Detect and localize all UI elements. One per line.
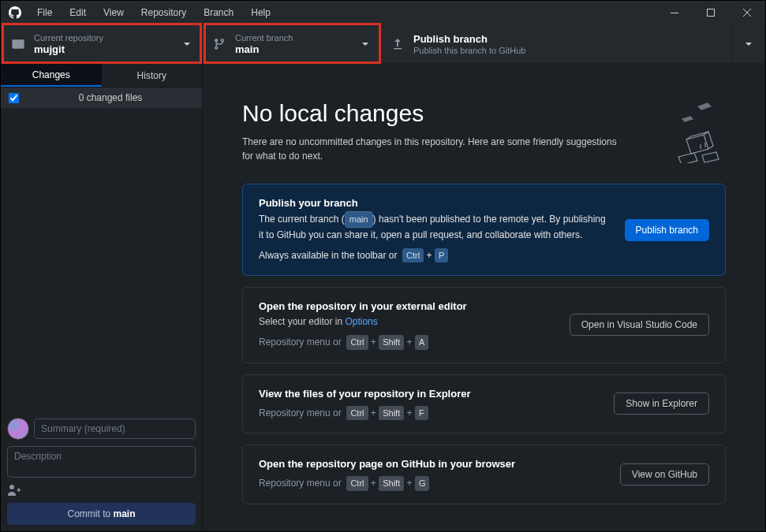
menu-help[interactable]: Help: [243, 4, 278, 21]
select-all-checkbox[interactable]: [9, 93, 19, 103]
commit-description-input[interactable]: [7, 446, 196, 478]
card-publish-branch: Publish your branch The current branch (…: [242, 184, 726, 276]
card-hint: Repository menu or Ctrl + Shift + F: [259, 406, 471, 421]
svg-rect-0: [671, 13, 678, 13]
branch-selector-label: Current branch: [235, 33, 293, 43]
view-github-button[interactable]: View on GitHub: [620, 463, 709, 485]
main-content: No local changes There are no uncommitte…: [203, 64, 765, 531]
repo-selector-value: mujgit: [34, 43, 103, 55]
tab-changes[interactable]: Changes: [1, 64, 102, 87]
card-hint: Always available in the toolbar or Ctrl …: [259, 248, 609, 263]
show-explorer-button[interactable]: Show in Explorer: [614, 392, 709, 415]
commit-button[interactable]: Commit to main: [7, 503, 196, 525]
card-description: The current branch (main) hasn't been pu…: [259, 211, 609, 242]
commit-summary-input[interactable]: [34, 419, 196, 439]
toolbar-extra-dropdown[interactable]: [732, 24, 765, 63]
menu-edit[interactable]: Edit: [62, 4, 94, 21]
page-title: No local changes: [242, 100, 621, 127]
file-list: [1, 108, 202, 411]
publish-branch-action[interactable]: Publish branch Publish this branch to Gi…: [380, 24, 732, 63]
branch-icon: [213, 38, 226, 50]
page-subtitle: There are no uncommitted changes in this…: [242, 135, 621, 163]
minimize-button[interactable]: [656, 1, 693, 24]
maximize-button[interactable]: [693, 1, 729, 24]
add-coauthor-icon[interactable]: [7, 484, 23, 497]
upload-icon: [391, 38, 404, 50]
current-repository-selector[interactable]: Current repository mujgit: [1, 24, 202, 63]
svg-rect-3: [13, 40, 24, 43]
toolbar: Current repository mujgit Current branch…: [1, 24, 765, 64]
card-title: Publish your branch: [259, 197, 609, 209]
repo-icon: [12, 38, 24, 50]
chevron-down-icon: [362, 41, 368, 47]
github-logo-icon: [9, 6, 21, 19]
card-show-explorer: View the files of your repository in Exp…: [242, 374, 726, 434]
svg-rect-1: [708, 9, 715, 17]
open-editor-button[interactable]: Open in Visual Studio Code: [570, 314, 709, 336]
changed-files-count: 0 changed files: [27, 92, 194, 103]
menu-view[interactable]: View: [95, 4, 132, 21]
card-view-github: Open the repository page on GitHub in yo…: [242, 445, 726, 504]
changed-files-header: 0 changed files: [1, 87, 202, 108]
repo-selector-label: Current repository: [34, 33, 103, 43]
menu-bar: File Edit View Repository Branch Help: [29, 4, 278, 21]
card-title: View the files of your repository in Exp…: [259, 388, 471, 400]
options-link[interactable]: Options: [345, 316, 377, 327]
branch-selector-value: main: [235, 43, 293, 55]
menu-file[interactable]: File: [29, 4, 60, 21]
window-controls: [656, 1, 765, 24]
empty-state-illustration: [655, 100, 726, 163]
sidebar: Changes History 0 changed files: [1, 64, 203, 531]
chevron-down-icon: [184, 41, 190, 47]
chevron-down-icon: [745, 41, 752, 47]
card-open-editor: Open the repository in your external edi…: [242, 287, 726, 363]
card-hint: Repository menu or Ctrl + Shift + G: [259, 476, 515, 491]
publish-branch-button[interactable]: Publish branch: [625, 219, 709, 241]
commit-form: Commit to main: [1, 411, 202, 531]
title-bar: File Edit View Repository Branch Help: [1, 1, 765, 24]
card-title: Open the repository in your external edi…: [259, 300, 467, 312]
close-button[interactable]: [729, 1, 765, 24]
current-branch-selector[interactable]: Current branch main: [202, 24, 380, 63]
menu-branch[interactable]: Branch: [196, 4, 241, 21]
avatar: [7, 418, 29, 440]
tab-history[interactable]: History: [102, 64, 203, 87]
menu-repository[interactable]: Repository: [133, 4, 194, 21]
publish-action-subtitle: Publish this branch to GitHub: [413, 46, 525, 55]
card-hint: Repository menu or Ctrl + Shift + A: [259, 335, 467, 350]
card-title: Open the repository page on GitHub in yo…: [259, 458, 515, 470]
card-description: Select your editor in Options: [259, 314, 467, 329]
publish-action-title: Publish branch: [413, 33, 525, 45]
